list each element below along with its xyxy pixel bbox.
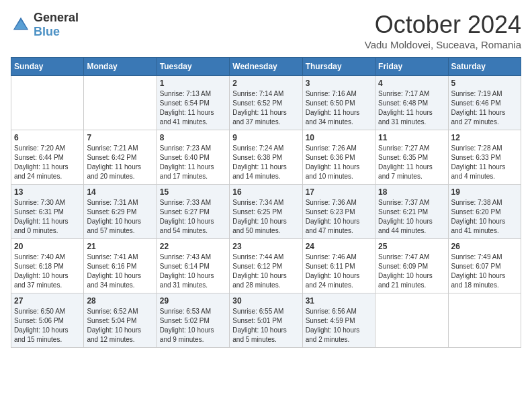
calendar-cell: 21Sunrise: 7:41 AMSunset: 6:16 PMDayligh… xyxy=(84,239,157,293)
day-info: Sunrise: 7:31 AMSunset: 6:29 PMDaylight:… xyxy=(87,198,153,236)
logo-general: General xyxy=(34,11,79,24)
calendar-cell: 8Sunrise: 7:23 AMSunset: 6:40 PMDaylight… xyxy=(157,130,229,185)
day-number: 1 xyxy=(160,79,226,88)
location-subtitle: Vadu Moldovei, Suceava, Romania xyxy=(365,39,521,50)
calendar-cell: 19Sunrise: 7:38 AMSunset: 6:20 PMDayligh… xyxy=(448,185,521,239)
calendar-cell: 4Sunrise: 7:17 AMSunset: 6:48 PMDaylight… xyxy=(375,76,448,130)
day-number: 16 xyxy=(232,187,299,197)
calendar-cell: 10Sunrise: 7:26 AMSunset: 6:36 PMDayligh… xyxy=(302,130,375,185)
day-info: Sunrise: 7:24 AMSunset: 6:38 PMDaylight:… xyxy=(232,144,299,181)
calendar-table: SundayMondayTuesdayWednesdayThursdayFrid… xyxy=(11,57,521,348)
calendar-week-row: 1Sunrise: 7:13 AMSunset: 6:54 PMDaylight… xyxy=(11,76,521,130)
calendar-week-row: 13Sunrise: 7:30 AMSunset: 6:31 PMDayligh… xyxy=(11,185,521,239)
day-info: Sunrise: 6:56 AMSunset: 4:59 PMDaylight:… xyxy=(306,307,372,345)
calendar-cell: 6Sunrise: 7:20 AMSunset: 6:44 PMDaylight… xyxy=(11,130,84,185)
calendar-cell xyxy=(375,293,448,348)
day-number: 17 xyxy=(306,187,372,197)
calendar-cell: 24Sunrise: 7:46 AMSunset: 6:11 PMDayligh… xyxy=(302,239,375,293)
day-number: 13 xyxy=(14,187,81,197)
day-of-week-header: Wednesday xyxy=(230,58,302,76)
day-info: Sunrise: 7:34 AMSunset: 6:25 PMDaylight:… xyxy=(232,198,299,236)
calendar-cell: 31Sunrise: 6:56 AMSunset: 4:59 PMDayligh… xyxy=(302,293,375,348)
calendar-cell xyxy=(84,76,157,130)
day-number: 14 xyxy=(87,187,153,197)
day-info: Sunrise: 7:17 AMSunset: 6:48 PMDaylight:… xyxy=(378,89,445,127)
day-number: 19 xyxy=(451,187,518,197)
calendar-cell: 14Sunrise: 7:31 AMSunset: 6:29 PMDayligh… xyxy=(84,185,157,239)
calendar-cell xyxy=(448,293,521,348)
day-info: Sunrise: 7:30 AMSunset: 6:31 PMDaylight:… xyxy=(14,198,81,236)
day-info: Sunrise: 6:52 AMSunset: 5:04 PMDaylight:… xyxy=(87,307,153,345)
day-number: 26 xyxy=(451,242,518,251)
day-number: 24 xyxy=(306,242,372,251)
calendar-cell: 17Sunrise: 7:36 AMSunset: 6:23 PMDayligh… xyxy=(302,185,375,239)
day-info: Sunrise: 7:46 AMSunset: 6:11 PMDaylight:… xyxy=(306,253,372,290)
day-info: Sunrise: 7:16 AMSunset: 6:50 PMDaylight:… xyxy=(306,89,372,127)
day-number: 2 xyxy=(232,79,299,88)
day-number: 28 xyxy=(87,296,153,306)
day-number: 30 xyxy=(232,296,299,306)
calendar-cell: 12Sunrise: 7:28 AMSunset: 6:33 PMDayligh… xyxy=(448,130,521,185)
day-number: 11 xyxy=(378,133,445,142)
day-number: 10 xyxy=(306,133,372,142)
day-info: Sunrise: 7:43 AMSunset: 6:14 PMDaylight:… xyxy=(160,253,226,290)
day-of-week-header: Thursday xyxy=(302,58,375,76)
calendar-cell: 27Sunrise: 6:50 AMSunset: 5:06 PMDayligh… xyxy=(11,293,84,348)
page-header: General Blue October 2024 Vadu Moldovei,… xyxy=(11,11,521,50)
calendar-cell: 20Sunrise: 7:40 AMSunset: 6:18 PMDayligh… xyxy=(11,239,84,293)
calendar-cell: 11Sunrise: 7:27 AMSunset: 6:35 PMDayligh… xyxy=(375,130,448,185)
day-info: Sunrise: 7:49 AMSunset: 6:07 PMDaylight:… xyxy=(451,253,518,290)
day-number: 12 xyxy=(451,133,518,142)
day-info: Sunrise: 6:53 AMSunset: 5:02 PMDaylight:… xyxy=(160,307,226,345)
calendar-cell: 28Sunrise: 6:52 AMSunset: 5:04 PMDayligh… xyxy=(84,293,157,348)
day-number: 18 xyxy=(378,187,445,197)
day-info: Sunrise: 7:20 AMSunset: 6:44 PMDaylight:… xyxy=(14,144,81,181)
calendar-week-row: 6Sunrise: 7:20 AMSunset: 6:44 PMDaylight… xyxy=(11,130,521,185)
calendar-cell: 30Sunrise: 6:55 AMSunset: 5:01 PMDayligh… xyxy=(230,293,302,348)
day-number: 25 xyxy=(378,242,445,251)
day-number: 23 xyxy=(232,242,299,251)
calendar-cell: 16Sunrise: 7:34 AMSunset: 6:25 PMDayligh… xyxy=(230,185,302,239)
calendar-week-row: 27Sunrise: 6:50 AMSunset: 5:06 PMDayligh… xyxy=(11,293,521,348)
day-of-week-header: Friday xyxy=(375,58,448,76)
calendar-cell: 7Sunrise: 7:21 AMSunset: 6:42 PMDaylight… xyxy=(84,130,157,185)
calendar-cell: 25Sunrise: 7:47 AMSunset: 6:09 PMDayligh… xyxy=(375,239,448,293)
day-info: Sunrise: 7:13 AMSunset: 6:54 PMDaylight:… xyxy=(160,89,226,127)
calendar-cell: 9Sunrise: 7:24 AMSunset: 6:38 PMDaylight… xyxy=(230,130,302,185)
day-number: 20 xyxy=(14,242,81,251)
day-number: 7 xyxy=(87,133,153,142)
day-info: Sunrise: 7:23 AMSunset: 6:40 PMDaylight:… xyxy=(160,144,226,181)
title-block: October 2024 Vadu Moldovei, Suceava, Rom… xyxy=(365,11,521,50)
calendar-cell: 13Sunrise: 7:30 AMSunset: 6:31 PMDayligh… xyxy=(11,185,84,239)
logo: General Blue xyxy=(11,11,79,39)
calendar-cell xyxy=(11,76,84,130)
day-of-week-header: Monday xyxy=(84,58,157,76)
calendar-cell: 23Sunrise: 7:44 AMSunset: 6:12 PMDayligh… xyxy=(230,239,302,293)
calendar-header-row: SundayMondayTuesdayWednesdayThursdayFrid… xyxy=(11,58,521,76)
day-number: 22 xyxy=(160,242,226,251)
day-info: Sunrise: 7:19 AMSunset: 6:46 PMDaylight:… xyxy=(451,89,518,127)
day-info: Sunrise: 7:40 AMSunset: 6:18 PMDaylight:… xyxy=(14,253,81,290)
month-title: October 2024 xyxy=(365,11,521,39)
day-info: Sunrise: 7:41 AMSunset: 6:16 PMDaylight:… xyxy=(87,253,153,290)
day-number: 15 xyxy=(160,187,226,197)
day-info: Sunrise: 7:38 AMSunset: 6:20 PMDaylight:… xyxy=(451,198,518,236)
day-info: Sunrise: 7:21 AMSunset: 6:42 PMDaylight:… xyxy=(87,144,153,181)
day-info: Sunrise: 7:26 AMSunset: 6:36 PMDaylight:… xyxy=(306,144,372,181)
day-number: 3 xyxy=(306,79,372,88)
calendar-cell: 2Sunrise: 7:14 AMSunset: 6:52 PMDaylight… xyxy=(230,76,302,130)
day-of-week-header: Sunday xyxy=(11,58,84,76)
day-number: 27 xyxy=(14,296,81,306)
logo-text: General Blue xyxy=(34,11,79,39)
day-info: Sunrise: 7:36 AMSunset: 6:23 PMDaylight:… xyxy=(306,198,372,236)
day-info: Sunrise: 7:27 AMSunset: 6:35 PMDaylight:… xyxy=(378,144,445,181)
day-number: 31 xyxy=(306,296,372,306)
day-number: 29 xyxy=(160,296,226,306)
calendar-cell: 26Sunrise: 7:49 AMSunset: 6:07 PMDayligh… xyxy=(448,239,521,293)
day-number: 9 xyxy=(232,133,299,142)
calendar-cell: 22Sunrise: 7:43 AMSunset: 6:14 PMDayligh… xyxy=(157,239,229,293)
calendar-cell: 1Sunrise: 7:13 AMSunset: 6:54 PMDaylight… xyxy=(157,76,229,130)
day-info: Sunrise: 6:55 AMSunset: 5:01 PMDaylight:… xyxy=(232,307,299,345)
calendar-cell: 29Sunrise: 6:53 AMSunset: 5:02 PMDayligh… xyxy=(157,293,229,348)
calendar-week-row: 20Sunrise: 7:40 AMSunset: 6:18 PMDayligh… xyxy=(11,239,521,293)
